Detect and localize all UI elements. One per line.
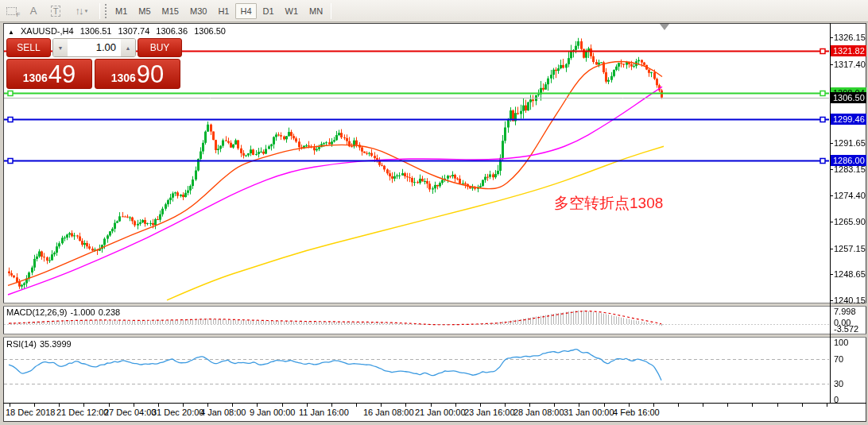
panel-collapse-icon[interactable]: ▲ [8,29,14,36]
time-tick [529,404,530,407]
toolbar-separator [99,3,100,19]
price-tick-label: 1274.40 [834,191,866,200]
toolbar-grip[interactable] [105,4,107,18]
text-label-icon: T [51,6,61,17]
sell-price-box[interactable]: 1306 49 [6,59,92,89]
buy-price-main: 1306 [111,71,136,84]
price-tick [830,222,833,222]
price-level-label: 1306.50 [831,92,866,103]
time-tick [183,404,184,407]
price-tick [830,195,833,196]
sell-price-main: 1306 [23,71,48,84]
volume-control: ▼ 1.00 ▲ [52,38,136,57]
arrows-tool-button[interactable]: ↑↓ ▼ [68,2,96,20]
down-arrow-marker-icon[interactable] [660,24,669,30]
price-tick [830,143,833,144]
time-tick [381,404,382,407]
time-tick [752,404,753,407]
price-tick-label: 1248.65 [834,269,866,279]
buy-button[interactable]: BUY [138,38,182,57]
time-tick [257,404,258,407]
toolbar-separator [331,3,331,19]
time-tick [604,404,605,407]
text-label-tool-button[interactable]: T [45,2,66,20]
price-tick [830,300,833,301]
snap-grid-tool-button[interactable]: F [1,2,21,20]
timeframe-button-m30[interactable]: M30 [185,3,211,19]
time-tick [579,404,579,407]
sell-price-pips: 49 [48,62,76,87]
text-tool-button[interactable]: A [23,2,44,20]
time-axis-label: 31 Dec 20:00 [152,408,203,417]
time-tick [134,404,134,407]
buy-price-pips: 90 [137,62,164,87]
rsi-axis-label: 0 [834,395,839,404]
buy-price-box[interactable]: 1306 90 [95,59,180,89]
time-tick [827,404,827,407]
rsi-axis-label: 70 [834,354,843,364]
ohlc-open: 1306.51 [80,26,112,36]
price-tick-label: 1326.15 [834,33,866,42]
sell-button[interactable]: SELL [6,38,51,57]
one-click-trading-panel: SELL ▼ 1.00 ▲ BUY 1306 49 1306 90 [6,38,182,90]
timeframe-button-d1[interactable]: D1 [258,3,279,19]
volume-increase-button[interactable]: ▲ [121,39,135,56]
time-axis-label: 11 Jan 16:00 [299,408,349,417]
time-tick [455,404,456,407]
time-tick [777,404,778,407]
volume-decrease-button[interactable]: ▼ [53,39,68,56]
ohlc-high: 1307.74 [118,26,150,36]
time-tick [554,404,555,407]
volume-input[interactable]: 1.00 [68,39,121,56]
time-tick [802,404,803,407]
time-tick [678,404,679,407]
price-tick [830,249,833,249]
timeframe-button-m15[interactable]: M15 [157,3,184,19]
price-tick [830,169,833,170]
price-tick-label: 1257.15 [834,244,866,253]
time-axis-label: 31 Jan 00:00 [564,408,614,417]
time-tick [331,404,332,407]
timeframe-button-m5[interactable]: M5 [134,3,155,19]
time-tick [10,404,10,407]
macd-indicator-label: MACD(12,26,9)-1.0000.238 [6,307,123,317]
time-tick [34,404,35,407]
chart-title: ▲ XAUUSD-,H4 1306.51 1307.74 1306.36 130… [8,26,230,36]
time-tick [282,404,283,407]
time-axis-label: 4 Feb 16:00 [613,408,660,417]
macd-canvas[interactable] [4,307,829,334]
rsi-canvas[interactable] [4,338,829,403]
timeframe-button-h1[interactable]: H1 [213,3,234,19]
time-axis-label: 27 Dec 04:00 [104,408,156,417]
timeframe-button-mn[interactable]: MN [304,3,327,19]
time-tick [653,404,654,407]
time-axis-label: 23 Jan 16:00 [464,408,515,417]
arrows-icon: ↑↓ [76,5,83,17]
time-tick [83,404,84,407]
time-axis-label: 9 Jan 00:00 [250,408,296,417]
time-axis-label: 28 Jan 08:00 [513,408,564,417]
price-level-label: 1286.00 [831,155,866,166]
time-tick [703,404,703,407]
price-tick [830,64,833,65]
price-tick [830,274,833,275]
time-tick [109,404,110,407]
time-tick [480,404,481,407]
timeframe-button-h4[interactable]: H4 [235,3,256,19]
time-tick [356,404,357,407]
time-tick [629,404,630,407]
time-tick [59,404,60,407]
timeframe-group: M1M5M15M30H1H4D1W1MN [110,3,328,19]
price-tick-label: 1240.15 [834,296,866,305]
price-level-label: 1321.82 [831,45,866,56]
timeframe-button-m1[interactable]: M1 [110,3,132,19]
symbol-period-label: XAUUSD-,H4 [21,26,74,36]
price-axis-border [830,23,831,404]
time-tick [232,404,233,407]
time-axis-label: 18 Dec 2018 [6,408,55,417]
price-tick-label: 1291.65 [834,138,866,148]
timeframe-button-w1[interactable]: W1 [281,3,304,19]
chevron-down-icon: ▼ [84,9,89,14]
price-tick [830,37,833,38]
rsi-axis-label: 30 [834,379,843,388]
